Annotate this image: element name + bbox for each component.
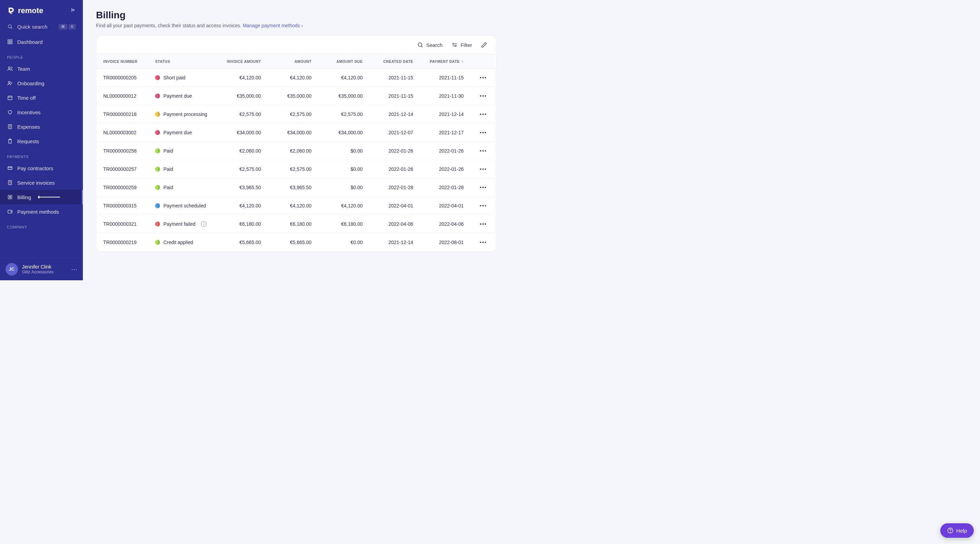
row-actions-button[interactable]: ••• [471,233,496,252]
row-actions-button[interactable]: ••• [471,178,496,197]
payment-date: 2022-08-01 [420,233,471,252]
nav-label: Pay contractors [17,165,53,171]
col-header[interactable]: PAYMENT DATE↑ [420,54,471,69]
invoice-amount: €3,965.50 [218,178,268,197]
nav-label: Dashboard [17,39,43,45]
status-cell: Paid [148,160,217,178]
search-icon [417,42,423,48]
created-date: 2021-11-15 [369,69,420,87]
nav-item-payment-methods[interactable]: Payment methods [0,205,83,219]
row-actions-button[interactable]: ••• [471,197,496,215]
col-header[interactable]: AMOUNT DUE [318,54,369,69]
row-actions-button[interactable]: ••• [471,124,496,142]
search-button[interactable]: Search [417,42,443,48]
nav-item-time-off[interactable]: Time off [0,90,83,105]
amount-due: €2,575.00 [318,105,369,124]
created-date: 2022-01-28 [369,178,420,197]
table-row[interactable]: NL0000003002Payment due€34,000.00€34,000… [96,124,496,142]
nav-item-service-invoices[interactable]: Service invoices [0,175,83,190]
search-icon [7,24,13,30]
created-date: 2022-01-26 [369,142,420,160]
amount-due: €35,000.00 [318,87,369,105]
heart-icon [7,109,13,115]
edit-columns-button[interactable] [481,42,487,48]
row-actions-button[interactable]: ••• [471,69,496,87]
quick-search[interactable]: Quick search ⌘ K [0,19,83,35]
invoice-number: TR0000000218 [96,105,148,124]
billing-table: INVOICE NUMBERSTATUSINVOICE AMOUNTAMOUNT… [96,54,496,252]
nav-item-billing[interactable]: Billing [0,190,83,205]
row-actions-button[interactable]: ••• [471,215,496,233]
payment-date: 2021-11-15 [420,69,471,87]
collapse-sidebar-button[interactable] [70,7,76,14]
pencil-icon [481,42,487,48]
col-header[interactable]: INVOICE AMOUNT [218,54,268,69]
invoice-number: TR0000000205 [96,69,148,87]
nav-label: Onboarding [17,81,44,86]
nav-item-onboarding[interactable]: Onboarding [0,76,83,90]
table-row[interactable]: TR0000000219Credit applied€5,665.00€5,66… [96,233,496,252]
row-actions-button[interactable]: ••• [471,87,496,105]
row-actions-button[interactable]: ••• [471,160,496,178]
info-icon[interactable]: i [201,221,207,227]
more-icon[interactable]: ⋯ [71,265,77,273]
svg-rect-1 [8,40,10,41]
col-header[interactable]: INVOICE NUMBER [96,54,148,69]
nav-item-pay-contractors[interactable]: Pay contractors [0,161,83,175]
nav-label: Payment methods [17,209,59,215]
filter-button[interactable]: Filter [452,42,472,48]
svg-point-0 [8,25,11,28]
created-date: 2022-04-01 [369,197,420,215]
filter-icon [452,42,458,48]
nav-label: Time off [17,95,35,101]
invoice-number: TR0000000259 [96,178,148,197]
manage-payment-methods-link[interactable]: Manage payment methods › [243,23,303,28]
brand-logo[interactable]: remote [7,6,43,15]
col-header[interactable]: STATUS [148,54,217,69]
amount: €35,000.00 [268,87,318,105]
amount-due: €0.00 [318,233,369,252]
user-menu[interactable]: JC Jennifer Clink Glitz Accessories ⋯ [0,258,83,280]
row-actions-button[interactable]: ••• [471,105,496,124]
table-row[interactable]: NL0000000012Payment due€35,000.00€35,000… [96,87,496,105]
nav-dashboard[interactable]: Dashboard [0,35,83,49]
col-header[interactable]: AMOUNT [268,54,318,69]
table-row[interactable]: TR0000000257Paid€2,575.00€2,575.00$0.002… [96,160,496,178]
payment-date: 2021-11-30 [420,87,471,105]
svg-rect-7 [8,96,12,100]
table-row[interactable]: TR0000000321Payment failedi€6,180.00€6,1… [96,215,496,233]
nav-item-expenses[interactable]: Expenses [0,119,83,134]
users-icon [7,66,13,72]
nav-item-incentives[interactable]: Incentives [0,105,83,119]
billing-card: Search Filter INVOICE NUMBERSTATUSINVOIC… [96,35,496,252]
row-actions-button[interactable]: ••• [471,142,496,160]
invoice-number: TR0000000321 [96,215,148,233]
dollar-icon [7,194,13,200]
amount: €2,575.00 [268,105,318,124]
nav-label: Expenses [17,124,40,130]
amount-due: $0.00 [318,142,369,160]
sidebar: remote Quick search ⌘ K Dashboard PEOPLE… [0,0,83,280]
status-cell: Payment scheduled [148,197,217,215]
nav-item-team[interactable]: Team [0,62,83,76]
table-row[interactable]: TR0000000315Payment scheduled€4,120.00€4… [96,197,496,215]
amount-due: $0.00 [318,178,369,197]
logo-icon [7,6,15,15]
invoice-amount: €2,575.00 [218,160,268,178]
amount-due: $0.00 [318,160,369,178]
amount: €4,120.00 [268,197,318,215]
table-row[interactable]: TR0000000205Short paid€4,120.00€4,120.00… [96,69,496,87]
invoice-icon [7,179,13,186]
nav-item-requests[interactable]: Requests [0,134,83,148]
col-header[interactable]: CREATED DATE [369,54,420,69]
status-dot [155,185,160,190]
svg-point-15 [11,211,11,212]
invoice-amount: €4,120.00 [218,69,268,87]
payment-date: 2022-04-06 [420,215,471,233]
invoice-number: TR0000000315 [96,197,148,215]
table-row[interactable]: TR0000000259Paid€3,965.50€3,965.50$0.002… [96,178,496,197]
table-row[interactable]: TR0000000258Paid€2,060.00€2,060.00$0.002… [96,142,496,160]
table-row[interactable]: TR0000000218Payment processing€2,575.00€… [96,105,496,124]
status-cell: Paid [148,178,217,197]
brand-text: remote [18,6,43,15]
